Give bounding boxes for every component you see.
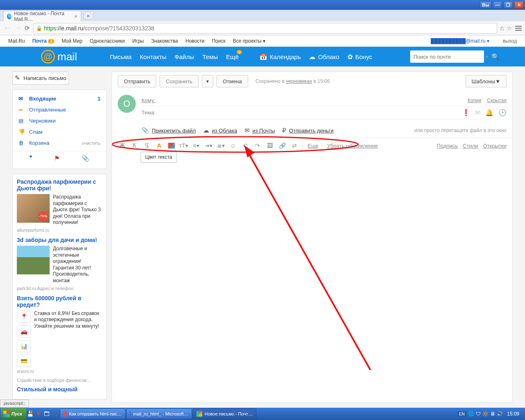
toplink-games[interactable]: Игры (132, 38, 144, 44)
cancel-button[interactable]: Отмена (217, 75, 248, 87)
toplink-news[interactable]: Новости (185, 38, 204, 44)
subject-field-row[interactable]: Тема: ❗ ✉ 🔔 🕒 (142, 106, 507, 119)
attach-cloud-button[interactable]: ☁из Облака (203, 127, 237, 134)
unread-tab-icon[interactable]: • (30, 155, 32, 162)
list-button[interactable]: ≣▾ (216, 141, 225, 150)
save-dropdown-button[interactable]: ▼ (202, 75, 213, 87)
minimize-button[interactable]: — (493, 1, 502, 9)
search-icon[interactable]: 🔍 (491, 53, 500, 61)
ad-item-3[interactable]: 📍🚗📊💳 Ставка от 8,9%! Без справок и подтв… (17, 310, 102, 367)
undo-button[interactable]: ↶ (241, 141, 250, 150)
redo-button[interactable]: ↷ (253, 141, 262, 150)
underline-button[interactable]: Ч (142, 141, 151, 150)
font-size-button[interactable]: тT▾ (179, 141, 188, 150)
mailru-logo[interactable]: @ mail (41, 50, 77, 64)
back-button[interactable]: ← (3, 24, 11, 32)
folder-inbox[interactable]: ✉ Входящие 1 (13, 93, 106, 104)
save-button[interactable]: Сохранить (160, 75, 199, 87)
link-button[interactable]: 🔗 (278, 141, 287, 150)
taskbar-item-2[interactable]: mail_ru_html_ - Microsoft… (126, 409, 192, 419)
start-button[interactable]: Пуск (1, 408, 26, 420)
image-button[interactable]: 🖼 (265, 141, 274, 150)
user-email-dropdown[interactable]: ██████████@mail.ru ▾ (431, 38, 489, 44)
ql-yandex-icon[interactable]: Y (34, 409, 43, 419)
maximize-button[interactable]: ❐ (504, 1, 513, 9)
tray-clock[interactable]: 15:09 (504, 411, 522, 417)
trash-clear-link[interactable]: очистить (82, 141, 100, 146)
search-input[interactable] (413, 54, 482, 60)
attach-tab-icon[interactable]: 📎 (82, 155, 89, 162)
attach-file-button[interactable]: 📎Прикрепить файл (142, 127, 196, 134)
templates-button[interactable]: Шаблоны ▼ (466, 75, 507, 87)
ad-item-2[interactable]: Долговечные и эстетичные ограждения! Гар… (17, 246, 102, 284)
lang-button[interactable]: Вы (480, 1, 491, 9)
toplink-ok[interactable]: Одноклассники (90, 38, 125, 44)
nav-contacts[interactable]: Контакты (140, 53, 167, 60)
notify-icon[interactable]: 🔔 (485, 109, 493, 116)
tray-lang[interactable]: EN (457, 411, 466, 417)
styles-link[interactable]: Стили (463, 143, 478, 149)
compose-button[interactable]: ✎ Написать письмо (12, 71, 69, 84)
reload-button[interactable]: ⟳ (25, 25, 30, 32)
ad-title-4[interactable]: Стильный и мощный (17, 386, 102, 393)
toplink-pochta[interactable]: Почта1 (32, 38, 55, 44)
to-label[interactable]: Кому: (142, 97, 155, 103)
indent-button[interactable]: ⇥▾ (204, 141, 213, 150)
star-icon[interactable]: ☆ (507, 25, 512, 32)
emoji-button[interactable]: ☺ (228, 141, 237, 150)
ad-item-1[interactable]: -70% Распродажа парфюмерии с Дьюти фри! … (17, 194, 102, 226)
taskbar-item-1[interactable]: Как отправить html-пис… (60, 409, 126, 419)
clear-format-link[interactable]: Убрать оформление (327, 143, 378, 149)
bg-color-button[interactable] (167, 141, 176, 150)
nav-letters[interactable]: Письма (110, 53, 132, 60)
format-more-link[interactable]: Еще (308, 143, 318, 149)
ql-save-icon[interactable]: 💾 (26, 409, 34, 419)
nav-calendar[interactable]: 📅Календарь (259, 53, 301, 61)
signature-link[interactable]: Подпись (437, 143, 458, 149)
bcc-link[interactable]: Скрытая (487, 98, 507, 103)
tray-icon[interactable]: 🔆 (482, 411, 488, 417)
tray-icon[interactable]: 🖥 (490, 411, 495, 417)
folder-drafts[interactable]: ▤ Черновики (13, 115, 106, 126)
attach-mail-button[interactable]: ✉из Почты (244, 127, 275, 134)
browser-menu-button[interactable] (515, 26, 522, 31)
ad-title-3[interactable]: Взять 600000 рублей в кредит? (17, 295, 102, 308)
priority-icon[interactable]: ❗ (462, 109, 470, 116)
logout-link[interactable]: выход (503, 38, 517, 44)
toplink-mailru[interactable]: Mail.Ru (8, 38, 25, 44)
send-button[interactable]: Отправить (118, 75, 156, 87)
send-money-button[interactable]: ₽Отправить деньги (282, 127, 333, 134)
nav-themes[interactable]: Темы (202, 53, 218, 60)
ql-desktop-icon[interactable]: 🗔 (43, 409, 51, 419)
ql-media-icon[interactable]: 🎵 (51, 409, 59, 419)
taskbar-item-3[interactable]: Новое письмо - Почт… (193, 409, 256, 419)
text-color-button[interactable]: А (155, 141, 164, 150)
cc-link[interactable]: Копия (468, 98, 481, 103)
tray-icon[interactable]: 🛡 (476, 411, 481, 417)
italic-button[interactable]: К (130, 141, 139, 150)
translate-button[interactable]: ⇄ (290, 141, 299, 150)
browser-tab[interactable]: Новое письмо - Почта Mail.R… × (3, 11, 81, 21)
nav-cloud[interactable]: ☁Облако (309, 53, 339, 61)
folder-trash[interactable]: 🗑 Корзина очистить (13, 137, 106, 148)
to-field-row[interactable]: Кому: Копия Скрытая (142, 95, 507, 106)
mail-search[interactable]: ▼ 🔍 (410, 50, 484, 63)
toplink-all[interactable]: Все проекты ▾ (233, 38, 265, 44)
new-tab-button[interactable]: ▸ (84, 11, 94, 20)
folder-spam[interactable]: 👎 Спам (13, 126, 106, 137)
cast-icon[interactable]: ⎌ (500, 25, 504, 32)
close-button[interactable]: ✕ (514, 1, 523, 9)
tab-close-icon[interactable]: × (74, 13, 78, 20)
bold-button[interactable]: Ж (118, 141, 127, 150)
receipt-icon[interactable]: ✉ (475, 109, 480, 116)
toplink-dating[interactable]: Знакомства (151, 38, 178, 44)
align-button[interactable]: ≡▾ (192, 141, 201, 150)
forward-button[interactable]: → (14, 24, 21, 32)
nav-files[interactable]: Файлы (175, 53, 194, 60)
tray-icon[interactable]: 🌐 (468, 411, 474, 417)
toplink-search[interactable]: Поиск (212, 38, 225, 44)
folder-sent[interactable]: ➦ Отправленные (13, 104, 106, 115)
nav-bonus[interactable]: ✿Бонус (347, 53, 372, 61)
flag-tab-icon[interactable]: ⚑ (54, 155, 59, 162)
compose-body[interactable] (112, 153, 512, 402)
